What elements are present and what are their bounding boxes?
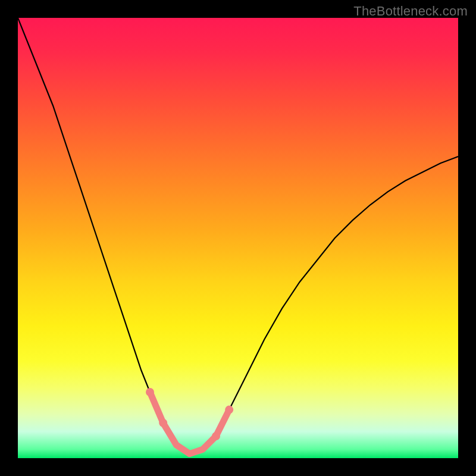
bottleneck-curve-line	[18, 18, 458, 454]
highlight-dot	[159, 419, 167, 427]
highlight-dots	[146, 388, 233, 454]
plot-area	[18, 18, 458, 458]
main-curve	[18, 18, 458, 454]
chart-frame: TheBottleneck.com	[0, 0, 476, 476]
highlight-dot	[146, 388, 154, 396]
highlight-dot	[212, 432, 220, 440]
watermark-text: TheBottleneck.com	[353, 4, 468, 19]
highlight-dot	[225, 406, 233, 414]
curve-svg	[18, 18, 458, 458]
